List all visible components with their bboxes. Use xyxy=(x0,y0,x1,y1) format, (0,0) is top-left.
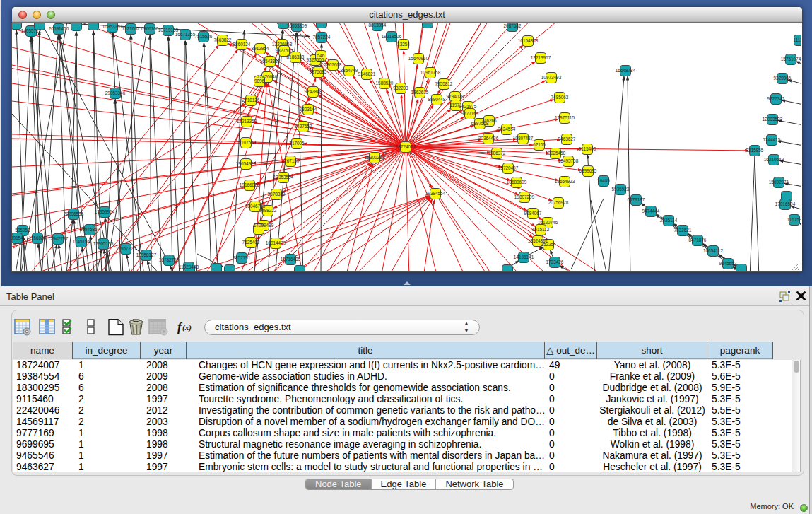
svg-text:(x): (x) xyxy=(182,323,192,332)
svg-text:9245652: 9245652 xyxy=(719,261,737,266)
svg-text:2803144: 2803144 xyxy=(300,107,317,112)
svg-text:535051: 535051 xyxy=(15,228,30,233)
svg-text:10688609: 10688609 xyxy=(507,180,527,185)
svg-text:8267150: 8267150 xyxy=(282,158,300,163)
svg-text:7625402: 7625402 xyxy=(242,240,260,245)
svg-text:6679197: 6679197 xyxy=(628,197,645,202)
svg-text:12942737: 12942737 xyxy=(48,236,69,241)
svg-text:15720407: 15720407 xyxy=(498,165,519,170)
svg-text:9857791: 9857791 xyxy=(233,255,251,260)
svg-text:16120746: 16120746 xyxy=(538,220,558,225)
svg-text:1145194: 1145194 xyxy=(73,239,90,244)
svg-text:9421975: 9421975 xyxy=(459,104,477,109)
svg-text:1733426: 1733426 xyxy=(546,259,564,264)
svg-text:2935114: 2935114 xyxy=(660,218,678,223)
svg-text:1615112: 1615112 xyxy=(532,227,550,232)
svg-text:13254: 13254 xyxy=(397,42,410,47)
svg-text:1588520: 1588520 xyxy=(376,81,394,86)
svg-text:9327505: 9327505 xyxy=(276,48,293,53)
svg-text:1362615: 1362615 xyxy=(411,90,429,95)
svg-text:14099489: 14099489 xyxy=(254,223,274,228)
svg-text:746266: 746266 xyxy=(481,118,497,123)
svg-text:19218506: 19218506 xyxy=(382,34,402,39)
svg-text:9896: 9896 xyxy=(254,78,265,83)
svg-text:16671355: 16671355 xyxy=(175,32,196,37)
svg-text:10654112: 10654112 xyxy=(703,248,723,253)
svg-text:9875685: 9875685 xyxy=(310,69,327,74)
svg-text:19654923: 19654923 xyxy=(555,179,575,184)
svg-text:17359914: 17359914 xyxy=(95,209,115,214)
svg-text:12213967: 12213967 xyxy=(531,55,551,60)
svg-text:12353594: 12353594 xyxy=(273,175,294,180)
svg-text:9474444: 9474444 xyxy=(642,209,660,214)
svg-text:20206536: 20206536 xyxy=(64,211,84,216)
svg-text:2718126: 2718126 xyxy=(242,98,260,103)
svg-text:6899695: 6899695 xyxy=(579,168,597,173)
svg-text:116753: 116753 xyxy=(787,217,801,222)
svg-text:14136141: 14136141 xyxy=(514,255,534,259)
svg-text:8860124: 8860124 xyxy=(233,42,251,47)
svg-text:18724007: 18724007 xyxy=(396,144,416,149)
svg-text:6966160: 6966160 xyxy=(141,26,159,31)
svg-text:252254: 252254 xyxy=(541,242,556,247)
svg-text:8427552: 8427552 xyxy=(295,124,312,129)
svg-text:62160: 62160 xyxy=(533,142,546,147)
svg-text:9146821: 9146821 xyxy=(358,71,376,76)
svg-text:3624554: 3624554 xyxy=(498,127,516,132)
svg-text:19166829: 19166829 xyxy=(240,182,260,187)
svg-text:12905135: 12905135 xyxy=(93,241,114,246)
svg-text:9327505: 9327505 xyxy=(307,57,324,62)
svg-text:16154808: 16154808 xyxy=(518,38,539,43)
svg-text:9084067: 9084067 xyxy=(524,211,542,216)
svg-text:932203: 932203 xyxy=(393,86,408,90)
svg-text:8990448: 8990448 xyxy=(428,97,446,102)
svg-text:19807209: 19807209 xyxy=(514,194,535,199)
svg-text:7857224: 7857224 xyxy=(313,35,331,40)
svg-text:2867608: 2867608 xyxy=(324,62,342,67)
svg-text:7515526: 7515526 xyxy=(195,34,213,39)
svg-text:15716485: 15716485 xyxy=(281,257,301,262)
svg-text:1156829: 1156829 xyxy=(29,235,47,240)
svg-text:7485063: 7485063 xyxy=(551,95,569,100)
svg-text:16782759: 16782759 xyxy=(159,257,180,262)
svg-text:9115460: 9115460 xyxy=(579,146,596,151)
svg-text:14055712: 14055712 xyxy=(21,28,42,33)
svg-text:717005: 717005 xyxy=(289,141,305,146)
svg-text:10853267: 10853267 xyxy=(102,24,123,29)
svg-text:29053346: 29053346 xyxy=(105,90,126,95)
svg-text:17975115: 17975115 xyxy=(555,115,575,120)
svg-text:16210643: 16210643 xyxy=(764,157,784,162)
svg-text:10973493: 10973493 xyxy=(541,75,562,80)
svg-text:15751074: 15751074 xyxy=(781,57,801,62)
svg-text:5935923: 5935923 xyxy=(612,187,630,192)
svg-text:18300295: 18300295 xyxy=(365,155,385,160)
svg-text:1527602: 1527602 xyxy=(122,26,140,31)
svg-text:30975867: 30975867 xyxy=(80,227,100,232)
svg-text:10025458: 10025458 xyxy=(546,151,566,156)
svg-text:15692971: 15692971 xyxy=(769,180,789,185)
svg-text:8471876: 8471876 xyxy=(689,238,707,243)
svg-text:12213369: 12213369 xyxy=(237,119,257,124)
svg-text:9242848: 9242848 xyxy=(305,89,322,94)
svg-text:17016504: 17016504 xyxy=(775,201,796,206)
svg-text:9498222: 9498222 xyxy=(259,208,277,213)
svg-text:7955812: 7955812 xyxy=(435,81,453,86)
svg-text:16543362: 16543362 xyxy=(260,59,281,64)
svg-text:8912954: 8912954 xyxy=(252,46,269,51)
svg-text:39154: 39154 xyxy=(12,235,23,240)
svg-text:19654925: 19654925 xyxy=(236,161,257,166)
svg-text:11923448: 11923448 xyxy=(179,264,199,269)
svg-text:7632621: 7632621 xyxy=(674,228,692,233)
svg-text:8215955: 8215955 xyxy=(746,148,764,153)
svg-text:16053809: 16053809 xyxy=(287,23,307,28)
svg-text:9463627: 9463627 xyxy=(558,136,576,141)
svg-text:7663822: 7663822 xyxy=(214,37,232,42)
svg-text:17957225: 17957225 xyxy=(116,246,136,251)
svg-text:18495758: 18495758 xyxy=(558,158,579,163)
svg-text:10958127: 10958127 xyxy=(136,252,157,257)
svg-text:11125: 11125 xyxy=(794,37,801,42)
svg-text:9227342: 9227342 xyxy=(767,96,785,101)
svg-text:16405: 16405 xyxy=(597,178,610,183)
svg-text:1244415: 1244415 xyxy=(763,137,781,142)
svg-text:16648784: 16648784 xyxy=(616,68,636,73)
